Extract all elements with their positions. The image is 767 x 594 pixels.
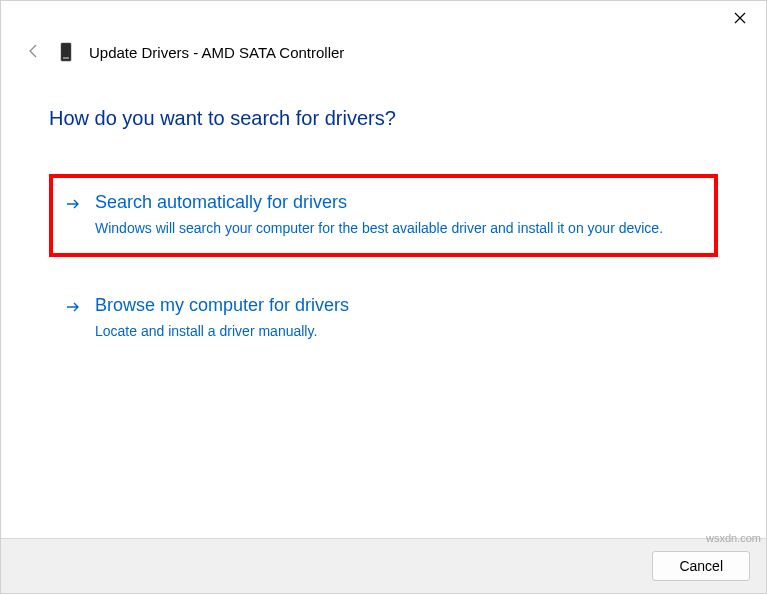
option-title: Search automatically for drivers <box>95 192 702 213</box>
back-arrow-icon <box>26 43 42 62</box>
option-text: Search automatically for drivers Windows… <box>95 192 702 239</box>
dialog-content: How do you want to search for drivers? S… <box>1 63 766 538</box>
dialog-window: Update Drivers - AMD SATA Controller How… <box>0 0 767 594</box>
close-button[interactable] <box>722 5 758 33</box>
back-button[interactable] <box>25 43 43 62</box>
question-heading: How do you want to search for drivers? <box>49 107 718 130</box>
watermark: wsxdn.com <box>706 532 761 544</box>
titlebar <box>1 1 766 33</box>
close-icon <box>734 11 746 27</box>
option-search-automatically[interactable]: Search automatically for drivers Windows… <box>49 174 718 257</box>
arrow-right-icon <box>65 196 81 215</box>
arrow-right-icon <box>65 299 81 318</box>
cancel-button[interactable]: Cancel <box>652 551 750 581</box>
dialog-footer: Cancel <box>1 538 766 593</box>
option-description: Locate and install a driver manually. <box>95 322 702 342</box>
svg-rect-1 <box>63 57 69 59</box>
option-description: Windows will search your computer for th… <box>95 219 702 239</box>
option-title: Browse my computer for drivers <box>95 295 702 316</box>
option-text: Browse my computer for drivers Locate an… <box>95 295 702 342</box>
dialog-title: Update Drivers - AMD SATA Controller <box>89 44 344 61</box>
dialog-header: Update Drivers - AMD SATA Controller <box>1 33 766 63</box>
device-icon <box>59 41 73 63</box>
option-browse-computer[interactable]: Browse my computer for drivers Locate an… <box>49 277 718 360</box>
